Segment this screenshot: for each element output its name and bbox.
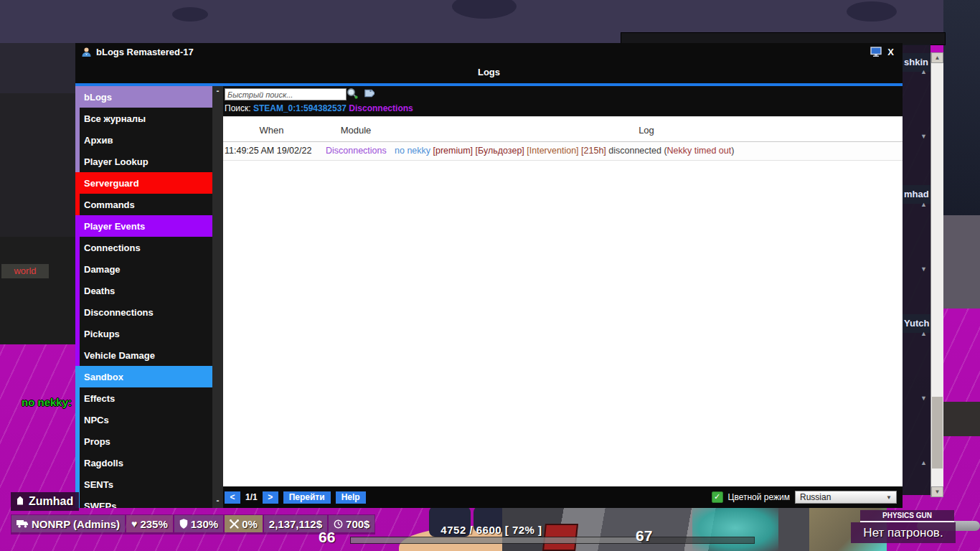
ammo-counter: 4752 / 6600 [ 72% ] (402, 524, 581, 536)
sidebar-item-label: Все журналы (75, 113, 146, 124)
sidebar-item-label: Props (75, 436, 110, 447)
page-indicator: 1/1 (245, 492, 258, 502)
ammo-progress-bar (350, 537, 755, 544)
sidebar-item-commands[interactable]: Commands (75, 194, 212, 215)
log-message: no nekky [premium] [Бульдозер] [Interven… (395, 142, 901, 160)
collapse-down-icon[interactable]: ▼ (920, 395, 929, 402)
sidebar-group-player-events[interactable]: Player Events (75, 215, 212, 237)
sidebar-group-serverguard[interactable]: Serverguard (75, 172, 212, 194)
scrollbar-thumb[interactable] (932, 397, 943, 468)
sidebar-item-архив[interactable]: Архив (75, 129, 212, 151)
clock-icon (334, 519, 343, 529)
sidebar-item-ragdolls[interactable]: Ragdolls (75, 452, 212, 474)
weapon-name: PHYSICS GUN (860, 510, 954, 521)
collapse-up-icon[interactable]: ▲ (920, 331, 929, 337)
chevron-down-icon: ▼ (886, 494, 892, 501)
sidebar-item-npcs[interactable]: NPCs (75, 409, 212, 430)
language-select[interactable]: Russian ▼ (795, 491, 897, 504)
collapse-up-icon[interactable]: ▲ (920, 460, 929, 466)
sidebar-item-label: SENTs (75, 479, 113, 490)
scrollbar-minus-bottom[interactable]: - (212, 496, 223, 506)
chat-message: no nekky: (22, 396, 72, 408)
filter-steamid[interactable]: STEAM_0:1:594382537 (253, 103, 347, 113)
sidebar-item-label: Commands (75, 199, 135, 210)
scroll-down-icon[interactable]: ▼ (931, 486, 943, 497)
sidebar-item-label: Deaths (75, 286, 115, 296)
sidebar-item-label: Effects (75, 393, 115, 404)
sidebar-item-label: Архив (75, 135, 113, 146)
column-module[interactable]: Module (320, 125, 392, 136)
sidebar-item-disconnections[interactable]: Disconnections (75, 301, 212, 323)
filter-module[interactable]: Disconnections (349, 103, 413, 113)
sidebar-item-deaths[interactable]: Deaths (75, 280, 212, 301)
tab-logs[interactable]: Logs (75, 60, 903, 83)
tag-icon[interactable] (362, 88, 374, 100)
player-nametag: Zumhad (11, 492, 79, 511)
sidebar-item-sents[interactable]: SENTs (75, 474, 212, 495)
sidebar-item-label: Player Lookup (75, 156, 149, 167)
close-button[interactable]: X (887, 47, 894, 57)
tag-icon (15, 496, 25, 507)
next-page-button[interactable]: > (263, 491, 278, 504)
nametag-label: Zumhad (29, 495, 73, 508)
sidebar-item-label: Pickups (75, 329, 120, 339)
log-table: When Module Log 11:49:25 AM 19/02/22 Dis… (223, 116, 903, 487)
column-when[interactable]: When (223, 125, 320, 136)
scrollbar-minus-top[interactable]: - (212, 86, 223, 96)
background-rock (452, 0, 517, 19)
color-mode-checkbox[interactable]: ✓ (712, 491, 723, 503)
window-title: bLogs Remastered-17 (96, 47, 194, 57)
sidebar-item-sweps[interactable]: SWEPs (75, 495, 212, 508)
sidebar-item-player-lookup[interactable]: Player Lookup (75, 151, 212, 172)
sidebar-item-props[interactable]: Props (75, 430, 212, 452)
hud-armor-value: 130% (191, 518, 218, 530)
sidebar-item-label: Disconnections (75, 307, 154, 318)
blogs-window: bLogs Remastered-17 X Logs bLogsВсе журн… (75, 43, 903, 508)
background-right-building (943, 215, 980, 309)
scroll-up-icon[interactable]: ▲ (931, 52, 943, 63)
user-icon (81, 47, 92, 57)
killfeed-entry: world (1, 264, 49, 278)
window-titlebar[interactable]: bLogs Remastered-17 X (75, 43, 903, 60)
toolbar: Поиск: STEAM_0:1:594382537 Disconnection… (223, 86, 903, 116)
sidebar-item-vehicle-damage[interactable]: Vehicle Damage (75, 344, 212, 366)
sidebar-item-damage[interactable]: Damage (75, 258, 212, 280)
background-rock (172, 7, 208, 22)
tab-logs-label: Logs (478, 67, 500, 77)
weapon-ammo-status: Нет патронов. (851, 522, 956, 543)
log-content: Поиск: STEAM_0:1:594382537 Disconnection… (223, 86, 903, 508)
collapse-down-icon[interactable]: ▼ (920, 133, 929, 140)
hud-money: 2,137,112$ (264, 515, 327, 532)
hud-salary: 700$ (329, 515, 374, 532)
sidebar-scrollbar[interactable]: - - (212, 86, 223, 508)
sidebar-group-sandbox[interactable]: Sandbox (75, 366, 212, 387)
help-button[interactable]: Help (336, 491, 366, 504)
column-log[interactable]: Log (392, 125, 901, 136)
search-input[interactable] (225, 88, 347, 100)
job-truck-icon (17, 519, 29, 528)
collapse-up-icon[interactable]: ▲ (920, 69, 929, 75)
background-left-wall (0, 43, 75, 344)
log-part: ) (731, 146, 734, 156)
table-row[interactable]: 11:49:25 AM 19/02/22 Disconnections no n… (223, 142, 903, 161)
collapse-down-icon[interactable]: ▼ (920, 266, 929, 273)
sidebar-item-effects[interactable]: Effects (75, 387, 212, 409)
go-button[interactable]: Перейти (283, 491, 331, 504)
monitor-icon[interactable] (870, 47, 882, 57)
scoreboard-scrollbar[interactable]: ▲ ▼ (930, 52, 943, 497)
hud-salary-value: 700$ (346, 518, 369, 530)
sidebar-item-connections[interactable]: Connections (75, 237, 212, 258)
search-plus-icon[interactable] (347, 88, 359, 100)
sidebar-item-label: Vehicle Damage (75, 350, 155, 361)
hud-job-label: NONRP (Admins) (32, 518, 120, 530)
sidebar-item-pickups[interactable]: Pickups (75, 323, 212, 344)
log-when: 11:49:25 AM 19/02/22 (225, 142, 324, 160)
prev-page-button[interactable]: < (225, 491, 240, 504)
shield-icon (179, 519, 188, 529)
log-part: Nekky timed out (667, 146, 732, 156)
sidebar-group-blogs[interactable]: bLogs (75, 86, 212, 108)
background-rock (847, 1, 897, 22)
heart-icon: ♥ (131, 518, 137, 529)
sidebar-item-все-журналы[interactable]: Все журналы (75, 108, 212, 129)
collapse-up-icon[interactable]: ▲ (920, 202, 929, 208)
